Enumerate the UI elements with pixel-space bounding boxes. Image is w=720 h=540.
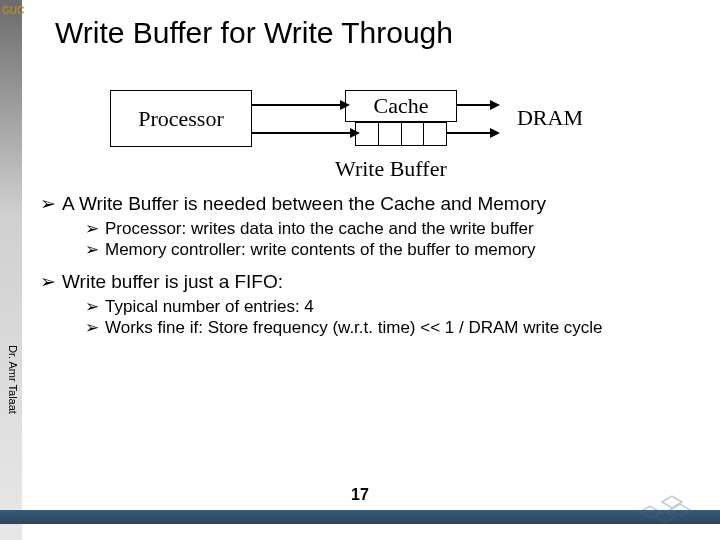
arrow-wb-to-dram-head	[490, 128, 500, 138]
bullet-2a-text: Typical number of entries: 4	[105, 297, 314, 316]
svg-marker-3	[662, 496, 682, 508]
bullet-2b: ➢Works fine if: Store frequency (w.r.t. …	[85, 317, 690, 338]
left-sidebar-gradient	[0, 0, 22, 540]
author-name: Dr. Amr Talaat	[3, 345, 19, 414]
arrow-proc-to-wb-line	[252, 132, 352, 134]
slide-title: Write Buffer for Write Through	[55, 16, 453, 50]
arrow-proc-to-cache-head	[340, 100, 350, 110]
footer-bar	[0, 510, 720, 524]
bullet-icon: ➢	[40, 271, 56, 292]
page-number: 17	[0, 486, 720, 504]
write-buffer-cell	[402, 123, 425, 145]
arrow-proc-to-cache-line	[252, 104, 342, 106]
cache-box: Cache	[345, 90, 457, 122]
bullet-1-text: A Write Buffer is needed between the Cac…	[62, 193, 546, 214]
write-buffer-box	[355, 122, 447, 146]
write-buffer-label: Write Buffer	[335, 156, 447, 182]
bullet-2a: ➢Typical number of entries: 4	[85, 296, 690, 317]
svg-marker-2	[670, 504, 690, 516]
bullet-1a-text: Processor: writes data into the cache an…	[105, 219, 534, 238]
write-buffer-cell	[379, 123, 402, 145]
slide-content: ➢A Write Buffer is needed between the Ca…	[30, 190, 690, 339]
guc-logo: GUC	[2, 6, 20, 16]
cache-label: Cache	[374, 93, 429, 119]
bullet-icon: ➢	[85, 297, 99, 316]
bullet-icon: ➢	[85, 318, 99, 337]
write-buffer-cell	[424, 123, 446, 145]
processor-box: Processor	[110, 90, 252, 147]
arrow-cache-to-dram-line	[457, 104, 492, 106]
write-buffer-cell	[356, 123, 379, 145]
processor-label: Processor	[138, 106, 224, 132]
bullet-2-text: Write buffer is just a FIFO:	[62, 271, 283, 292]
arrow-wb-to-dram-line	[447, 132, 492, 134]
bullet-icon: ➢	[85, 240, 99, 259]
bullet-1b: ➢Memory controller: write contents of th…	[85, 239, 690, 260]
footer-decoration-icon	[630, 492, 700, 532]
dram-label: DRAM	[517, 105, 583, 131]
bullet-2b-text: Works fine if: Store frequency (w.r.t. t…	[105, 318, 603, 337]
arrow-cache-to-dram-head	[490, 100, 500, 110]
dram-box: DRAM	[495, 100, 605, 135]
bullet-icon: ➢	[85, 219, 99, 238]
bullet-1a: ➢Processor: writes data into the cache a…	[85, 218, 690, 239]
bullet-2: ➢Write buffer is just a FIFO:	[40, 270, 690, 294]
bullet-1b-text: Memory controller: write contents of the…	[105, 240, 536, 259]
bullet-1: ➢A Write Buffer is needed between the Ca…	[40, 192, 690, 216]
bullet-icon: ➢	[40, 193, 56, 214]
guc-logo-text: GUC	[2, 5, 24, 16]
